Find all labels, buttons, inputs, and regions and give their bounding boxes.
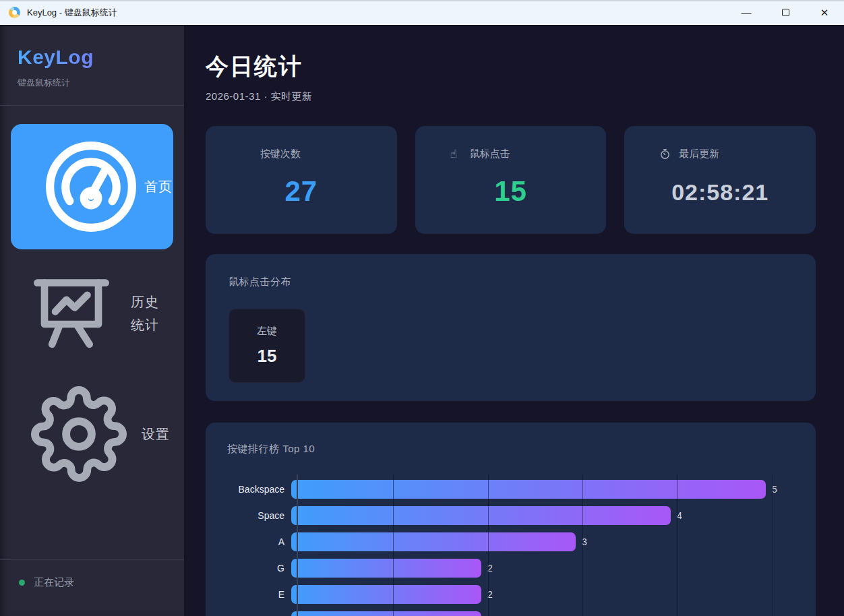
recording-status: 正在记录 bbox=[0, 559, 184, 616]
chart-grid-line bbox=[582, 474, 583, 616]
app-logo-icon bbox=[9, 7, 20, 18]
chart-axis-line bbox=[297, 474, 298, 616]
chart-grid-line bbox=[773, 474, 773, 616]
bar-label: Space bbox=[227, 510, 291, 521]
bar-label: Backspace bbox=[227, 484, 291, 495]
title-bar: KeyLog - 键盘鼠标统计 — ✕ bbox=[0, 0, 844, 26]
recording-status-label: 正在记录 bbox=[34, 576, 74, 589]
key-ranking-title: 按键排行榜 Top 10 bbox=[227, 443, 794, 456]
bar-track: 2 bbox=[291, 611, 794, 616]
sidebar-item-label: 设置 bbox=[142, 423, 173, 445]
bar-row: E2 bbox=[227, 585, 794, 604]
sidebar-nav: 首页 历史统计 设置 bbox=[0, 106, 184, 559]
sidebar-item-home[interactable]: 首页 bbox=[11, 124, 173, 249]
left-button-label: 左键 bbox=[257, 325, 277, 338]
key-ranking-card: 按键排行榜 Top 10 Backspace5Space4A3G2E2I2 bbox=[206, 423, 816, 616]
bar-row: G2 bbox=[227, 559, 794, 578]
bar-track: 4 bbox=[291, 506, 794, 525]
chart-grid-line bbox=[677, 474, 678, 616]
pointing-hand-icon: ☝ bbox=[450, 148, 464, 160]
bar-row: A3 bbox=[227, 532, 794, 551]
stat-card-header: ☝ 鼠标点击 bbox=[434, 148, 588, 160]
sidebar: KeyLog 键盘鼠标统计 首页 bbox=[0, 26, 185, 616]
stat-card-keypresses: 按键次数 27 bbox=[206, 126, 397, 234]
close-button[interactable]: ✕ bbox=[805, 0, 844, 25]
sidebar-item-label: 首页 bbox=[144, 175, 173, 198]
sidebar-item-history[interactable]: 历史统计 bbox=[11, 260, 173, 367]
main-content: 今日统计 2026-01-31 · 实时更新 按键次数 27 ☝ 鼠标点击 15 bbox=[185, 26, 844, 616]
stat-card-value: 02:58:21 bbox=[643, 179, 797, 206]
app-window: KeyLog 键盘鼠标统计 首页 bbox=[0, 26, 844, 616]
window-title: KeyLog - 键盘鼠标统计 bbox=[27, 7, 117, 19]
bar-chart-rows: Backspace5Space4A3G2E2I2 bbox=[227, 480, 794, 616]
bar-label: E bbox=[227, 589, 291, 600]
stat-card-label: 鼠标点击 bbox=[470, 148, 510, 160]
stat-card-label: 最后更新 bbox=[679, 148, 719, 160]
minimize-button[interactable]: — bbox=[727, 0, 766, 25]
bar-label: A bbox=[227, 536, 291, 547]
gear-icon bbox=[31, 386, 127, 482]
left-button-tile: 左键 15 bbox=[229, 309, 305, 383]
stat-card-header: 按键次数 bbox=[224, 148, 378, 160]
minimize-icon: — bbox=[742, 7, 752, 18]
stat-card-header: 最后更新 bbox=[643, 148, 797, 160]
chart-grid-line bbox=[488, 474, 489, 616]
stopwatch-icon bbox=[659, 148, 673, 160]
sidebar-item-label: 历史统计 bbox=[131, 290, 163, 336]
bar-fill bbox=[291, 532, 576, 551]
window-controls: — ✕ bbox=[727, 0, 844, 25]
click-distribution-title: 鼠标点击分布 bbox=[229, 276, 793, 288]
close-icon: ✕ bbox=[820, 7, 829, 19]
bar-track: 3 bbox=[291, 532, 794, 551]
page-subtitle: 2026-01-31 · 实时更新 bbox=[206, 90, 844, 103]
maximize-button[interactable] bbox=[766, 0, 805, 25]
stat-card-label: 按键次数 bbox=[260, 148, 301, 160]
chart-grid-line bbox=[393, 474, 394, 616]
bar-track: 5 bbox=[291, 480, 794, 499]
bar-track: 2 bbox=[291, 559, 794, 578]
bar-row: Backspace5 bbox=[227, 480, 794, 499]
stat-card-lastupdate: 最后更新 02:58:21 bbox=[624, 126, 816, 234]
bar-track: 2 bbox=[291, 585, 794, 604]
stat-card-value: 15 bbox=[434, 175, 588, 208]
bar-row: I2 bbox=[227, 611, 794, 616]
click-distribution-card: 鼠标点击分布 左键 15 bbox=[206, 254, 816, 401]
gauge-icon bbox=[40, 137, 142, 236]
stat-card-mouseclicks: ☝ 鼠标点击 15 bbox=[415, 126, 607, 234]
presentation-chart-icon bbox=[27, 270, 116, 357]
page-title: 今日统计 bbox=[206, 51, 844, 82]
brand-subtitle: 键盘鼠标统计 bbox=[18, 77, 167, 89]
recording-dot-icon bbox=[19, 580, 25, 586]
sidebar-item-settings[interactable]: 设置 bbox=[11, 377, 173, 491]
maximize-icon bbox=[782, 9, 789, 16]
bar-fill bbox=[291, 559, 481, 578]
left-button-value: 15 bbox=[258, 346, 277, 367]
stat-card-value: 27 bbox=[224, 175, 378, 208]
bar-fill bbox=[291, 611, 481, 616]
bar-fill bbox=[291, 506, 671, 525]
bar-fill bbox=[291, 480, 766, 499]
brand-name: KeyLog bbox=[18, 46, 167, 69]
stat-cards-row: 按键次数 27 ☝ 鼠标点击 15 bbox=[206, 126, 816, 234]
bar-fill bbox=[291, 585, 481, 604]
bar-label: G bbox=[227, 563, 291, 574]
brand-header: KeyLog 键盘鼠标统计 bbox=[0, 26, 184, 106]
bar-row: Space4 bbox=[227, 506, 794, 525]
